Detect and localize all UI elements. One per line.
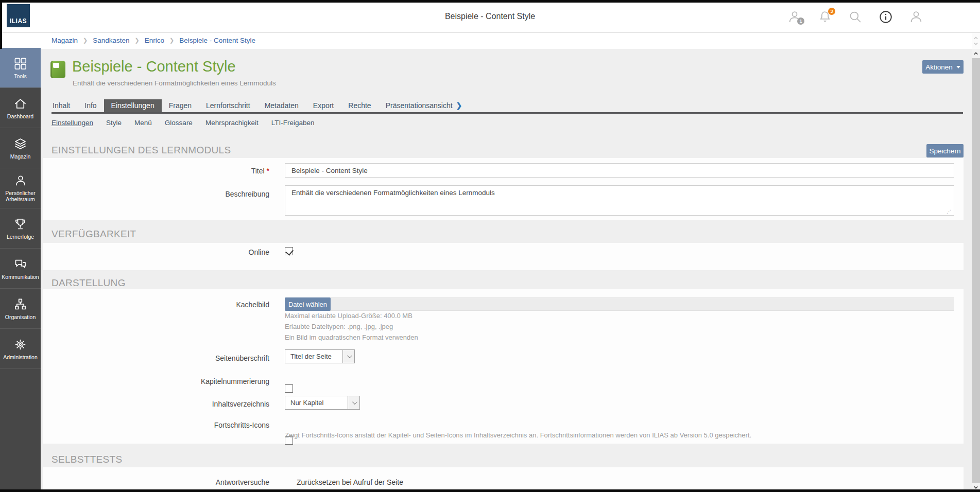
- form-panel-presentation: [43, 289, 964, 444]
- tab-inhalt[interactable]: Inhalt: [45, 99, 77, 112]
- form-panel-availability: [43, 243, 964, 270]
- tab-info[interactable]: Info: [77, 99, 104, 112]
- page-subtitle: Enthält die verschiedenen Formatmöglichk…: [73, 79, 276, 87]
- subtab-glossare[interactable]: Glossare: [165, 119, 193, 127]
- square-format-hint: Ein Bild im quadratischen Format verwend…: [285, 333, 418, 341]
- tab-rechte[interactable]: Rechte: [341, 99, 378, 112]
- breadcrumb-link-sandkasten[interactable]: Sandkasten: [93, 37, 129, 44]
- breadcrumb-separator-icon: ❯: [83, 37, 88, 44]
- tab-einstellungen[interactable]: Einstellungen: [104, 99, 162, 112]
- tab-bar: Inhalt Info Einstellungen Fragen Lernfor…: [45, 99, 469, 112]
- sidebar-item-lernerfolge[interactable]: Lernerfolge: [0, 208, 41, 249]
- notifications-bell-icon[interactable]: 3: [817, 9, 833, 25]
- breadcrumb-bar: Magazin ❯ Sandkasten ❯ Enrico ❯ Beispiel…: [0, 33, 980, 49]
- sidebar-item-magazin[interactable]: Magazin: [0, 128, 41, 168]
- section-heading-selftests: SELBSTTESTS: [51, 454, 122, 465]
- tab-export[interactable]: Export: [306, 99, 341, 112]
- ilias-logo[interactable]: ILIAS: [7, 4, 30, 27]
- window-edge-left: [0, 3, 2, 49]
- section-heading-availability: VERFÜGBARKEIT: [51, 229, 136, 240]
- breadcrumb-separator-icon: ❯: [135, 37, 140, 44]
- subtab-bar: Einstellungen Style Menü Glossare Mehrsp…: [51, 119, 314, 127]
- toc-field-label: Inhaltsverzeichnis: [51, 400, 269, 408]
- breadcrumb-link-magazin[interactable]: Magazin: [51, 37, 78, 44]
- gear-icon: [13, 338, 27, 352]
- select-chevron-down-icon: [348, 396, 359, 409]
- sidebar-item-organisation[interactable]: Organisation: [0, 289, 41, 329]
- page-header-field-label: Seitenüberschrift: [51, 354, 269, 362]
- learning-module-book-icon: [50, 61, 65, 78]
- scroll-up-button[interactable]: [972, 49, 980, 58]
- tab-underline: [51, 112, 963, 114]
- sidebar-item-kommunikation[interactable]: Kommunikation: [0, 249, 41, 289]
- sidebar-item-persoenlicher-arbeitsraum[interactable]: Persönlicher Arbeitsraum: [0, 168, 41, 208]
- scroll-mini-arrows[interactable]: [972, 33, 980, 49]
- help-info-icon[interactable]: [878, 9, 894, 25]
- grid-icon: [13, 57, 27, 71]
- title-input[interactable]: [285, 163, 954, 178]
- main-sidebar: Tools Dashboard Magazin Persönlicher Arb…: [0, 48, 41, 492]
- person-icon: [14, 174, 27, 187]
- trophy-icon: [13, 217, 27, 231]
- subtab-lti-freigaben[interactable]: LTI-Freigaben: [271, 119, 315, 127]
- title-field-label: Titel *: [51, 167, 269, 175]
- required-asterisk: *: [267, 167, 269, 175]
- online-field-label: Online: [51, 248, 269, 256]
- layers-icon: [13, 137, 27, 151]
- section-heading-settings: EINSTELLUNGEN DES LERNMODULS: [51, 145, 231, 156]
- user-avatar-icon[interactable]: [908, 9, 924, 25]
- breadcrumb-separator-icon: ❯: [169, 37, 174, 44]
- notifications-badge: 3: [828, 8, 835, 15]
- save-button[interactable]: Speichern: [926, 144, 964, 157]
- description-textarea[interactable]: Enthält die verschiedenen Formatmöglichk…: [285, 185, 954, 216]
- search-icon[interactable]: [847, 9, 864, 25]
- orgchart-icon: [13, 297, 27, 311]
- subtab-style[interactable]: Style: [106, 119, 122, 127]
- progress-icons-field-label: Fortschritts-Icons: [51, 421, 269, 429]
- answer-attempts-field-label: Antwortversuche: [51, 478, 269, 486]
- caret-down-icon: [956, 66, 960, 68]
- window-edge-top: [0, 0, 980, 3]
- page-scrollbar: [972, 33, 980, 492]
- ilias-app: Beispiele - Content Style ILIAS 1 3: [0, 0, 980, 492]
- who-is-online-icon[interactable]: 1: [786, 9, 803, 25]
- chapter-numbering-checkbox[interactable]: [285, 384, 293, 393]
- online-users-badge: 1: [797, 17, 804, 25]
- chat-icon: [13, 257, 27, 271]
- subtab-mehrsprachigkeit[interactable]: Mehrsprachigkeit: [205, 119, 259, 127]
- choose-file-button[interactable]: Datei wählen: [285, 297, 331, 311]
- breadcrumb: Magazin ❯ Sandkasten ❯ Enrico ❯ Beispiel…: [51, 37, 255, 44]
- window-edge-bottom: [0, 489, 980, 492]
- tab-praesentationsansicht[interactable]: Präsentationsansicht❯: [379, 99, 470, 112]
- tile-image-field-label: Kachelbild: [51, 301, 269, 309]
- subtab-einstellungen[interactable]: Einstellungen: [51, 119, 93, 127]
- page-header-select[interactable]: Titel der Seite: [285, 349, 355, 363]
- reset-on-page-load-radio-label: Zurücksetzen bei Aufruf der Seite: [297, 478, 403, 486]
- tab-lernfortschritt[interactable]: Lernfortschritt: [199, 99, 257, 112]
- online-checkbox[interactable]: [285, 247, 293, 255]
- upload-size-hint: Maximal erlaubte Upload-Größe: 400.0 MB: [285, 312, 412, 320]
- file-types-hint: Erlaubte Dateitypen: .png, .jpg, .jpeg: [285, 323, 393, 330]
- file-input-track[interactable]: [285, 297, 954, 311]
- page-title: Beispiele - Content Style: [72, 58, 236, 75]
- progress-icons-hint: Zeigt Fortschritts-Icons anstatt der Kap…: [285, 431, 959, 439]
- home-icon: [13, 97, 27, 111]
- sidebar-item-administration[interactable]: Administration: [0, 329, 41, 369]
- chevron-down-icon: [974, 485, 978, 489]
- description-field-label: Beschreibung: [51, 190, 269, 198]
- scrollbar-thumb[interactable]: [972, 58, 980, 483]
- sidebar-item-dashboard[interactable]: Dashboard: [0, 88, 41, 128]
- breadcrumb-link-current[interactable]: Beispiele - Content Style: [179, 37, 255, 44]
- select-chevron-down-icon: [342, 350, 354, 363]
- subtab-menue[interactable]: Menü: [134, 119, 152, 127]
- section-heading-presentation: DARSTELLUNG: [51, 277, 126, 289]
- arrow-right-icon: ❯: [456, 101, 462, 110]
- toc-select[interactable]: Nur Kapitel: [285, 396, 360, 410]
- breadcrumb-link-enrico[interactable]: Enrico: [145, 37, 164, 44]
- actions-button[interactable]: Aktionen: [922, 60, 964, 74]
- tab-fragen[interactable]: Fragen: [162, 99, 199, 112]
- tab-metadaten[interactable]: Metadaten: [257, 99, 306, 112]
- sidebar-item-tools[interactable]: Tools: [0, 48, 41, 88]
- top-header-bar: Beispiele - Content Style ILIAS 1 3: [0, 3, 980, 32]
- chapter-numbering-field-label: Kapitelnummerierung: [51, 377, 269, 385]
